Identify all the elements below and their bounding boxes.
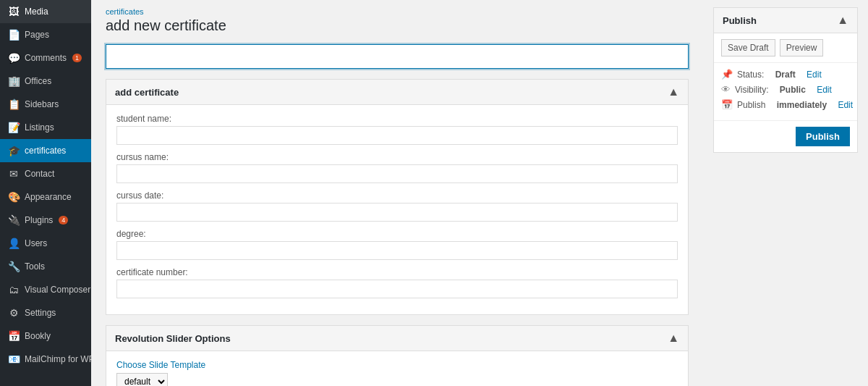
sidebar-item-label-media: Media	[25, 7, 48, 17]
sidebar-item-label-plugins: Plugins	[25, 215, 53, 225]
sidebar-item-contact[interactable]: ✉Contact	[0, 162, 91, 185]
slide-template-select[interactable]: default	[116, 373, 168, 386]
sidebar-item-label-tools: Tools	[25, 261, 45, 272]
sidebar-item-sidebars[interactable]: 📋Sidebars	[0, 93, 91, 116]
label-degree: degree:	[116, 229, 678, 239]
publish-sidebar: Publish ▲ Save Draft Preview 📌 Status: D…	[703, 0, 868, 386]
sidebar-item-label-settings: Settings	[25, 308, 56, 318]
sidebar-item-plugins[interactable]: 🔌Plugins4	[0, 209, 91, 232]
add-certificate-toggle[interactable]: ▲	[668, 85, 679, 98]
revolution-slider-box: Revolution Slider Options ▲ Choose Slide…	[106, 325, 689, 386]
preview-button[interactable]: Preview	[780, 39, 824, 56]
input-student-name[interactable]	[116, 126, 678, 145]
sidebar-item-label-contact: Contact	[25, 169, 54, 179]
sidebar-item-visual-composer[interactable]: 🗂Visual Composer	[0, 278, 91, 301]
settings-icon: ⚙	[7, 307, 20, 319]
revolution-slider-header[interactable]: Revolution Slider Options ▲	[106, 326, 688, 351]
label-student-name: student name:	[116, 114, 678, 124]
save-draft-button[interactable]: Save Draft	[721, 39, 775, 56]
sidebar-item-mailchimp[interactable]: 📧MailChimp for WP	[0, 348, 91, 371]
choose-slide-template-link[interactable]: Choose Slide Template	[116, 360, 678, 370]
plugins-icon: 🔌	[7, 214, 20, 226]
calendar-icon: 📅	[721, 99, 733, 110]
sidebar-item-label-mailchimp: MailChimp for WP	[25, 354, 91, 364]
sidebar-item-offices[interactable]: 🏢Offices	[0, 70, 91, 93]
status-icon: 📌	[721, 69, 733, 80]
offices-icon: 🏢	[7, 75, 20, 87]
pages-icon: 📄	[7, 29, 20, 41]
sidebar-item-label-bookly: Bookly	[25, 331, 51, 341]
field-row-certificate-number: certificate number:	[116, 267, 678, 298]
input-degree[interactable]	[116, 241, 678, 260]
media-icon: 🖼	[7, 6, 20, 17]
add-certificate-title: add certificate	[115, 87, 179, 98]
sidebar-item-comments[interactable]: 💬Comments1	[0, 46, 91, 70]
sidebar-item-label-appearance: Appearance	[25, 192, 72, 202]
add-certificate-header[interactable]: add certificate ▲	[106, 80, 688, 105]
sidebar-item-label-visual-composer: Visual Composer	[25, 285, 90, 295]
input-cursus-name[interactable]	[116, 164, 678, 183]
field-row-cursus-name: cursus name:	[116, 152, 678, 183]
field-row-degree: degree:	[116, 229, 678, 260]
sidebar-item-label-comments: Comments	[25, 53, 67, 63]
revolution-slider-toggle[interactable]: ▲	[668, 332, 679, 345]
sidebar-item-media[interactable]: 🖼Media	[0, 0, 91, 23]
publish-actions: Save Draft Preview	[714, 33, 857, 63]
sidebar-item-appearance[interactable]: 🎨Appearance	[0, 185, 91, 209]
add-certificate-box: add certificate ▲ student name:cursus na…	[106, 79, 689, 315]
visibility-value: Public	[780, 85, 806, 95]
page-title: add new certificate	[106, 17, 689, 34]
sidebars-icon: 📋	[7, 98, 20, 110]
visibility-edit-link[interactable]: Edit	[817, 85, 832, 95]
field-row-student-name: student name:	[116, 114, 678, 145]
input-certificate-number[interactable]	[116, 280, 678, 298]
input-cursus-date[interactable]	[116, 203, 678, 222]
publish-time-label: Publish	[737, 100, 765, 110]
sidebar-item-users[interactable]: 👤Users	[0, 232, 91, 255]
field-row-cursus-date: cursus date:	[116, 190, 678, 222]
sidebar: 🖼Media📄Pages💬Comments1🏢Offices📋Sidebars📝…	[0, 0, 91, 386]
users-icon: 👤	[7, 238, 20, 249]
publish-meta: 📌 Status: Draft Edit 👁 Visibility: Publi…	[714, 63, 857, 121]
sidebar-item-listings[interactable]: 📝Listings	[0, 116, 91, 139]
sidebar-item-label-pages: Pages	[25, 30, 49, 40]
status-edit-link[interactable]: Edit	[807, 70, 822, 80]
sidebar-item-label-listings: Listings	[25, 122, 54, 133]
status-row: 📌 Status: Draft Edit	[721, 69, 850, 80]
visual-composer-icon: 🗂	[7, 284, 20, 295]
publish-time-row: 📅 Publish immediately Edit	[721, 99, 850, 110]
content-area: certificates add new certificate add cer…	[91, 0, 868, 386]
sidebar-item-label-offices: Offices	[25, 76, 51, 86]
sidebar-item-label-certificates: certificates	[25, 146, 66, 156]
status-value: Draft	[775, 70, 796, 80]
sidebar-item-settings[interactable]: ⚙Settings	[0, 301, 91, 324]
publish-time-value: immediately	[777, 100, 827, 110]
publish-box: Publish ▲ Save Draft Preview 📌 Status: D…	[713, 7, 858, 153]
visibility-icon: 👁	[721, 84, 731, 95]
publish-time-edit-link[interactable]: Edit	[838, 100, 853, 110]
appearance-icon: 🎨	[7, 191, 20, 203]
tools-icon: 🔧	[7, 261, 20, 272]
post-title-input[interactable]	[106, 44, 689, 69]
status-label: Status:	[737, 70, 764, 80]
sidebar-item-bookly[interactable]: 📅Bookly	[0, 324, 91, 348]
bookly-icon: 📅	[7, 330, 20, 342]
content-main: certificates add new certificate add cer…	[91, 0, 703, 386]
sidebar-item-label-sidebars: Sidebars	[25, 99, 59, 109]
sidebar-item-tools[interactable]: 🔧Tools	[0, 255, 91, 278]
breadcrumb-parent[interactable]: certificates	[106, 7, 144, 16]
sidebar-item-label-users: Users	[25, 238, 47, 248]
comments-icon: 💬	[7, 52, 20, 64]
visibility-row: 👁 Visibility: Public Edit	[721, 84, 850, 95]
publish-header[interactable]: Publish ▲	[714, 8, 857, 33]
breadcrumb: certificates	[106, 7, 689, 16]
label-cursus-name: cursus name:	[116, 152, 678, 162]
label-cursus-date: cursus date:	[116, 190, 678, 201]
certificates-icon: 🎓	[7, 145, 20, 156]
publish-toggle[interactable]: ▲	[837, 14, 848, 27]
sidebar-item-certificates[interactable]: 🎓certificates	[0, 139, 91, 162]
publish-button[interactable]: Publish	[796, 127, 850, 146]
sidebar-item-pages[interactable]: 📄Pages	[0, 23, 91, 46]
visibility-label: Visibility:	[735, 85, 768, 95]
comments-badge: 1	[72, 54, 82, 62]
